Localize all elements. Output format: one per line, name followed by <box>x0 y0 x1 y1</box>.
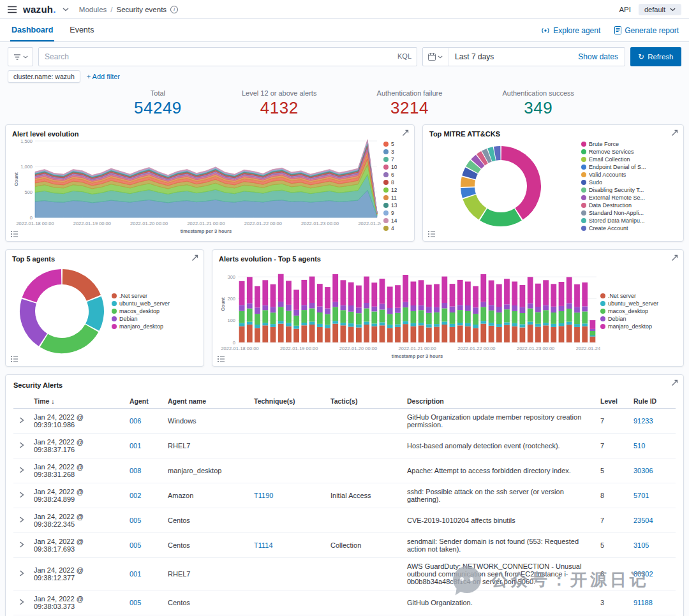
cell-agent-id-link[interactable]: 005 <box>126 508 164 533</box>
legend-item[interactable]: macos_desktop <box>112 308 191 314</box>
legend-item[interactable]: 6 <box>383 172 406 178</box>
breadcrumb-modules[interactable]: Modules <box>79 6 107 13</box>
refresh-button[interactable]: ↻ Refresh <box>630 47 681 66</box>
cell-rule-id-link[interactable]: 91188 <box>630 590 676 615</box>
legend-item[interactable]: 11 <box>383 194 406 201</box>
row-expand-chevron-icon[interactable] <box>13 434 30 458</box>
legend-item[interactable]: manjaro_desktop <box>112 323 191 330</box>
legend-item[interactable]: Valid Accounts <box>581 172 665 178</box>
cell-agent-id-link[interactable]: 006 <box>126 409 164 434</box>
legend-toggle-icon[interactable] <box>218 356 225 362</box>
legend-item[interactable]: 8 <box>383 179 406 186</box>
add-filter-link[interactable]: + Add filter <box>87 73 120 80</box>
cell-rule-id-link[interactable]: 23504 <box>630 508 676 533</box>
expand-panel-icon[interactable] <box>671 254 678 261</box>
column-header-level[interactable]: Level <box>596 394 630 409</box>
cell-description: sendmail: Sender domain is not found (55… <box>403 533 596 558</box>
expand-panel-icon[interactable] <box>191 254 198 261</box>
cell-agent-id-link[interactable]: 001 <box>126 434 164 458</box>
expand-panel-icon[interactable] <box>671 129 678 136</box>
filter-chip-cluster-name[interactable]: cluster.name: wazuh <box>8 70 80 83</box>
legend-item[interactable]: .Net server <box>112 293 191 299</box>
search-input[interactable] <box>38 47 417 66</box>
legend-item[interactable]: Email Collection <box>581 156 665 163</box>
calendar-menu-button[interactable] <box>423 48 448 66</box>
row-expand-chevron-icon[interactable] <box>13 590 30 615</box>
legend-item[interactable]: 7 <box>383 156 406 163</box>
legend-item[interactable]: Disabling Security T... <box>581 187 665 193</box>
cell-rule-id-link[interactable]: 5701 <box>630 483 676 508</box>
app-menu-chevron-down-icon[interactable] <box>63 8 69 11</box>
row-expand-chevron-icon[interactable] <box>13 508 30 533</box>
legend-toggle-icon[interactable] <box>11 356 19 362</box>
legend-item[interactable]: manjaro_desktop <box>600 323 676 330</box>
wazuh-logo[interactable]: wazuh. <box>23 4 56 15</box>
column-header-rule-id[interactable]: Rule ID <box>630 394 676 409</box>
legend-item[interactable]: macos_desktop <box>600 308 676 314</box>
legend-item[interactable]: 13 <box>383 202 406 209</box>
legend-item[interactable]: Debian <box>112 316 191 322</box>
row-expand-chevron-icon[interactable] <box>13 458 30 483</box>
legend-item[interactable]: Debian <box>600 316 676 322</box>
cell-rule-id-link[interactable]: 510 <box>630 434 676 458</box>
column-header-agent-name[interactable]: Agent name <box>164 394 250 409</box>
column-header-time[interactable]: Time ↓ <box>30 394 126 409</box>
tab-events[interactable]: Events <box>68 19 95 41</box>
legend-item[interactable]: 5 <box>383 141 406 147</box>
expand-panel-icon[interactable] <box>671 379 678 386</box>
legend-item[interactable]: 10 <box>383 164 406 170</box>
cell-agent-id-link[interactable]: 008 <box>126 458 164 483</box>
cell-agent-id-link[interactable]: 005 <box>126 533 164 558</box>
column-header-agent[interactable]: Agent <box>126 394 164 409</box>
legend-item[interactable]: .Net server <box>600 293 676 299</box>
info-icon[interactable]: i <box>170 6 178 13</box>
legend-color-dot <box>581 203 586 208</box>
legend-item[interactable]: Data Destruction <box>581 202 665 209</box>
legend-item[interactable]: Stored Data Manipu... <box>581 217 665 224</box>
column-header-tactic-s-[interactable]: Tactic(s) <box>327 394 403 409</box>
legend-item[interactable]: 9 <box>383 210 406 216</box>
cell-agent-id-link[interactable]: 002 <box>126 483 164 508</box>
svg-text:2022-01-18 00:00: 2022-01-18 00:00 <box>16 221 54 226</box>
legend-item[interactable]: External Remote Se... <box>581 194 665 201</box>
legend-item[interactable]: ubuntu_web_server <box>112 300 191 307</box>
legend-item[interactable]: Brute Force <box>581 141 665 147</box>
cell-rule-id-link[interactable]: 80302 <box>630 558 676 590</box>
row-expand-chevron-icon[interactable] <box>13 533 30 558</box>
legend-item[interactable]: ubuntu_web_server <box>600 300 676 307</box>
tab-dashboard[interactable]: Dashboard <box>10 19 54 41</box>
generate-report-button[interactable]: Generate report <box>614 26 679 35</box>
date-range-value[interactable]: Last 7 days <box>448 52 578 61</box>
row-expand-chevron-icon[interactable] <box>13 483 30 508</box>
legend-item[interactable]: Standard Non-Appli... <box>581 210 665 216</box>
cell-rule-id-link[interactable]: 3105 <box>630 533 676 558</box>
chart-legend: Brute ForceRemove ServicesEmail Collecti… <box>581 141 665 231</box>
cell-rule-id-link[interactable]: 30306 <box>630 458 676 483</box>
index-pattern-select[interactable]: default <box>639 4 681 15</box>
expand-panel-icon[interactable] <box>402 129 409 136</box>
row-expand-chevron-icon[interactable] <box>13 409 30 434</box>
row-expand-chevron-icon[interactable] <box>13 558 30 590</box>
explore-agent-button[interactable]: Explore agent <box>541 26 600 35</box>
legend-item[interactable]: Endpoint Denial of S... <box>581 164 665 170</box>
cell-agent-id-link[interactable]: 001 <box>126 558 164 590</box>
saved-query-menu-button[interactable] <box>8 47 33 66</box>
column-header-description[interactable]: Description <box>403 394 596 409</box>
legend-toggle-icon[interactable] <box>11 231 19 237</box>
legend-toggle-icon[interactable] <box>428 231 436 237</box>
legend-item[interactable]: 14 <box>383 217 406 224</box>
kql-label: KQL <box>397 52 411 60</box>
legend-item[interactable]: 3 <box>383 149 406 155</box>
menu-hamburger-icon[interactable] <box>8 6 17 13</box>
cell-technique[interactable]: T1114 <box>250 533 327 558</box>
show-dates-link[interactable]: Show dates <box>578 52 625 61</box>
legend-item[interactable]: Create Account <box>581 225 665 231</box>
legend-item[interactable]: 12 <box>383 187 406 193</box>
legend-item[interactable]: Sudo <box>581 179 665 186</box>
legend-item[interactable]: 4 <box>383 225 406 231</box>
cell-technique[interactable]: T1190 <box>250 483 327 508</box>
column-header-technique-s-[interactable]: Technique(s) <box>250 394 327 409</box>
cell-agent-id-link[interactable]: 005 <box>126 590 164 615</box>
legend-item[interactable]: Remove Services <box>581 149 665 155</box>
cell-rule-id-link[interactable]: 91233 <box>630 409 676 434</box>
